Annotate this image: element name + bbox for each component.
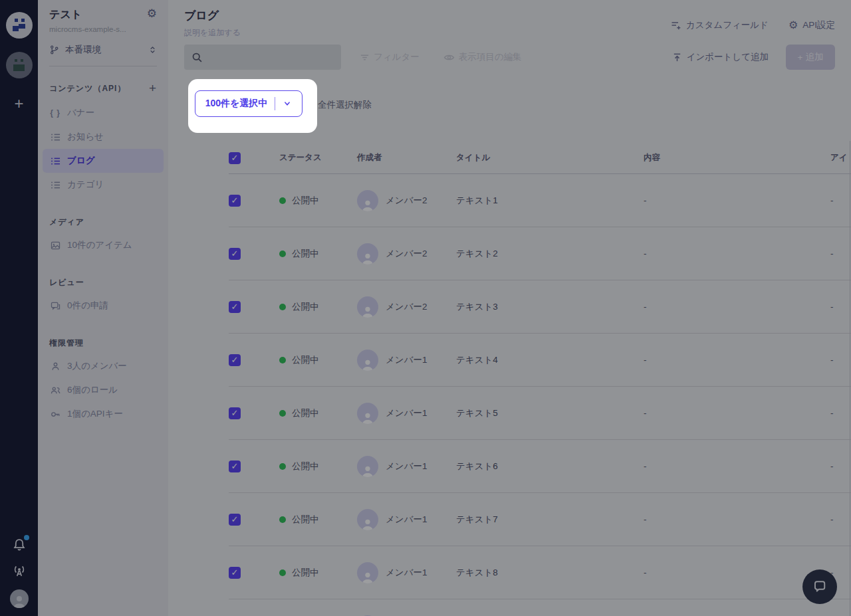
selected-count-label: 100件を選択中 [205, 98, 268, 110]
chevron-down-icon [283, 99, 292, 108]
button-divider [275, 97, 275, 110]
tour-dim-overlay [0, 0, 851, 616]
tour-spotlight: 100件を選択中 [188, 79, 317, 133]
selected-count-dropdown[interactable]: 100件を選択中 [195, 90, 303, 117]
